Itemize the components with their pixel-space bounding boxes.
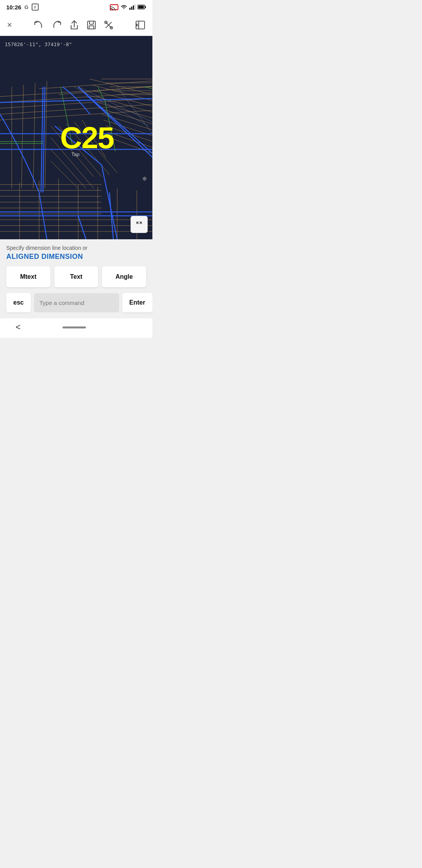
svg-rect-11 (89, 26, 94, 29)
svg-rect-5 (135, 4, 136, 10)
esc-button[interactable]: esc (6, 293, 31, 312)
signal-icon (129, 4, 136, 10)
angle-button[interactable]: Angle (102, 266, 146, 287)
status-bar: 10:26 G 2 (0, 0, 152, 14)
svg-rect-3 (131, 7, 132, 10)
cad-block-label: C25 (60, 120, 114, 156)
command-input-row: esc Enter (6, 293, 146, 312)
right-status-icons (110, 4, 146, 11)
cad-canvas[interactable]: 157826'-11", 37419'-8" (0, 36, 152, 239)
command-buttons: Mtext Text Angle (6, 266, 146, 287)
status-time: 10:26 (6, 4, 21, 11)
tap-label: Tap (71, 151, 79, 157)
home-indicator[interactable] (63, 326, 86, 328)
svg-line-25 (21, 85, 23, 188)
google-icon: G (24, 4, 28, 10)
cast-icon (110, 4, 118, 11)
expand-button[interactable] (135, 20, 145, 30)
svg-rect-0 (110, 5, 118, 10)
close-button[interactable]: × (7, 21, 12, 29)
svg-line-26 (33, 83, 35, 188)
svg-rect-8 (138, 6, 144, 9)
expand-collapse-button[interactable] (131, 216, 148, 233)
text-button[interactable]: Text (54, 266, 98, 287)
mtext-button[interactable]: Mtext (6, 266, 50, 287)
toolbar: × (0, 14, 152, 36)
cad-coordinates: 157826'-11", 37419'-8" (5, 41, 72, 47)
nav-bar: < (0, 318, 152, 338)
svg-rect-2 (129, 8, 131, 10)
svg-rect-10 (89, 21, 93, 24)
wifi-icon (120, 4, 127, 10)
share-button[interactable] (70, 20, 79, 30)
undo-button[interactable] (34, 21, 44, 29)
svg-rect-4 (133, 5, 134, 10)
trim-button[interactable] (104, 20, 113, 30)
svg-rect-7 (145, 6, 146, 8)
command-input[interactable] (34, 293, 119, 312)
command-hint: Specify dimension line location or (6, 245, 146, 251)
battery-icon (138, 5, 146, 9)
save-button[interactable] (87, 20, 96, 30)
back-button[interactable]: < (16, 322, 21, 332)
redo-button[interactable] (52, 21, 62, 29)
command-area: Specify dimension line location or ALIGN… (0, 239, 152, 316)
command-title: ALIGNED DIMENSION (6, 253, 146, 261)
svg-line-23 (59, 86, 152, 95)
app-icon: 2 (32, 4, 39, 11)
enter-button[interactable]: Enter (122, 293, 152, 312)
